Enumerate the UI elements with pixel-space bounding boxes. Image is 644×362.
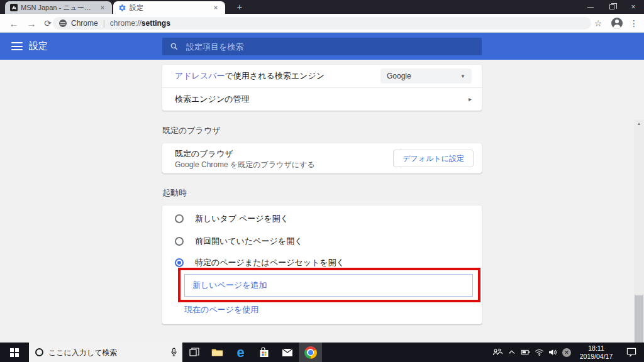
store-button[interactable]	[252, 343, 275, 362]
startup-card: 新しいタブ ページを開く 前回開いていたページを開く 特定のページまたはページセ…	[162, 206, 482, 324]
settings-search-input[interactable]	[186, 42, 474, 52]
site-settings-icon	[59, 19, 67, 27]
tab-title: 設定	[130, 3, 208, 13]
chrome-menu-icon[interactable]: ⋮	[628, 18, 640, 28]
action-center-icon	[626, 348, 636, 357]
address-page: settings	[142, 19, 170, 28]
forward-button[interactable]: →	[24, 16, 39, 31]
edge-button[interactable]: e	[229, 343, 252, 362]
toolbar-right-icons: ☆ ⋮	[590, 16, 640, 31]
clock-date: 2019/04/17	[576, 353, 616, 361]
tab-msn-japan[interactable]: MSN Japan - ニュース, 天気, メール ×	[5, 1, 112, 14]
section-title-startup: 起動時	[162, 187, 187, 199]
search-engine-dropdown[interactable]: Google ▼	[380, 69, 472, 84]
option-label: 特定のページまたはページセットを開く	[195, 257, 345, 268]
settings-content: アドレスバーで使用される検索エンジン Google ▼ 検索エンジンの管理 ▸ …	[0, 60, 644, 343]
default-browser-card: 既定のブラウザ Google Chrome を既定のブラウザにする デフォルトに…	[162, 143, 482, 173]
radio-icon[interactable]	[175, 258, 184, 267]
close-button[interactable]: ×	[623, 0, 644, 14]
minimize-button[interactable]	[580, 0, 601, 14]
startup-option-continue[interactable]: 前回開いていたページを開く	[175, 234, 472, 249]
microphone-icon[interactable]	[170, 348, 177, 357]
speaker-icon[interactable]	[546, 349, 560, 356]
profile-avatar[interactable]	[611, 18, 623, 29]
search-icon	[170, 42, 179, 51]
store-icon	[259, 347, 269, 358]
row-label: 検索エンジンの管理	[175, 94, 250, 105]
startup-option-new-tab[interactable]: 新しいタブ ページを開く	[175, 211, 472, 226]
clock-time: 18:11	[576, 344, 616, 353]
folder-icon	[211, 348, 223, 357]
settings-header: 設定	[0, 33, 644, 60]
restore-button[interactable]	[601, 0, 623, 14]
dismiss-circle-icon[interactable]: ✕	[560, 348, 574, 357]
search-engine-row: アドレスバーで使用される検索エンジン Google ▼	[162, 65, 482, 88]
default-browser-row-subtitle: Google Chrome を既定のブラウザにする	[175, 160, 315, 170]
edge-icon: e	[236, 346, 244, 359]
browser-tab-strip: MSN Japan - ニュース, 天気, メール × 設定 × + ×	[0, 0, 644, 14]
back-button[interactable]: ←	[6, 16, 21, 31]
windows-logo-icon	[10, 348, 19, 357]
wifi-icon[interactable]	[532, 349, 546, 356]
screen: MSN Japan - ニュース, 天気, メール × 設定 × + × ← →…	[0, 0, 644, 362]
set-default-button[interactable]: デフォルトに設定	[393, 150, 474, 167]
tab-settings[interactable]: 設定 ×	[113, 1, 225, 14]
task-view-button[interactable]	[182, 343, 206, 362]
page-scrollbar[interactable]: ▲ ▼	[634, 119, 644, 362]
file-explorer-button[interactable]	[206, 343, 229, 362]
taskbar-search-box[interactable]	[29, 343, 182, 362]
address-separator: |	[103, 19, 105, 28]
section-title-default-browser: 既定のブラウザ	[162, 125, 221, 136]
tab-title: MSN Japan - ニュース, 天気, メール	[21, 3, 94, 13]
search-engine-card: アドレスバーで使用される検索エンジン Google ▼ 検索エンジンの管理 ▸	[162, 65, 482, 111]
action-center-button[interactable]	[619, 348, 644, 357]
chrome-icon	[304, 346, 317, 359]
scroll-up-icon[interactable]: ▲	[634, 121, 644, 126]
taskbar-clock[interactable]: 18:11 2019/04/17	[576, 344, 616, 361]
settings-search-box[interactable]	[162, 38, 482, 55]
dropdown-value: Google	[387, 72, 411, 80]
window-controls: ×	[580, 0, 644, 14]
browser-toolbar: ← → ⟳ Chrome | chrome:// settings ☆ ⋮	[0, 14, 644, 33]
restore-icon	[609, 4, 614, 9]
address-site-label: Chrome	[71, 19, 98, 28]
chevron-right-icon: ▸	[469, 96, 472, 102]
option-label: 新しいタブ ページを開く	[195, 213, 289, 224]
tray-chevron-up-icon[interactable]	[504, 350, 518, 354]
default-browser-row-title: 既定のブラウザ	[175, 148, 233, 160]
annotation-highlight-box	[178, 268, 480, 302]
chevron-down-icon: ▼	[460, 74, 465, 79]
windows-taskbar: e ✕	[0, 343, 644, 362]
row-label: アドレスバーで使用される検索エンジン	[175, 70, 325, 82]
address-scheme: chrome://	[110, 19, 142, 28]
tab-close-icon[interactable]: ×	[211, 4, 220, 11]
taskbar-search-input[interactable]	[48, 348, 170, 357]
settings-gear-favicon-icon	[118, 4, 126, 12]
mail-button[interactable]	[275, 343, 299, 362]
mail-icon	[282, 348, 293, 357]
address-bar-link[interactable]: アドレスバー	[175, 71, 225, 80]
address-bar[interactable]: Chrome | chrome:// settings	[53, 17, 591, 30]
manage-search-engines-row[interactable]: 検索エンジンの管理 ▸	[162, 88, 482, 110]
new-tab-button[interactable]: +	[231, 0, 248, 14]
tab-close-icon[interactable]: ×	[98, 4, 107, 11]
settings-title: 設定	[29, 40, 48, 52]
battery-icon[interactable]	[518, 349, 532, 355]
msn-favicon-icon	[10, 4, 18, 11]
chrome-taskbar-button[interactable]	[299, 343, 322, 362]
task-view-icon	[189, 348, 199, 358]
radio-icon[interactable]	[175, 214, 184, 223]
minimize-icon	[587, 7, 594, 8]
radio-icon[interactable]	[175, 237, 184, 246]
system-tray: ✕ 18:11 2019/04/17	[491, 343, 644, 362]
people-icon[interactable]	[491, 348, 504, 356]
hamburger-menu-icon[interactable]	[11, 42, 23, 50]
bookmark-star-icon[interactable]: ☆	[590, 18, 606, 28]
option-label: 前回開いていたページを開く	[195, 236, 303, 247]
use-current-pages-link[interactable]: 現在のページを使用	[184, 304, 258, 315]
start-button[interactable]	[0, 343, 29, 362]
cortana-icon	[35, 348, 43, 356]
